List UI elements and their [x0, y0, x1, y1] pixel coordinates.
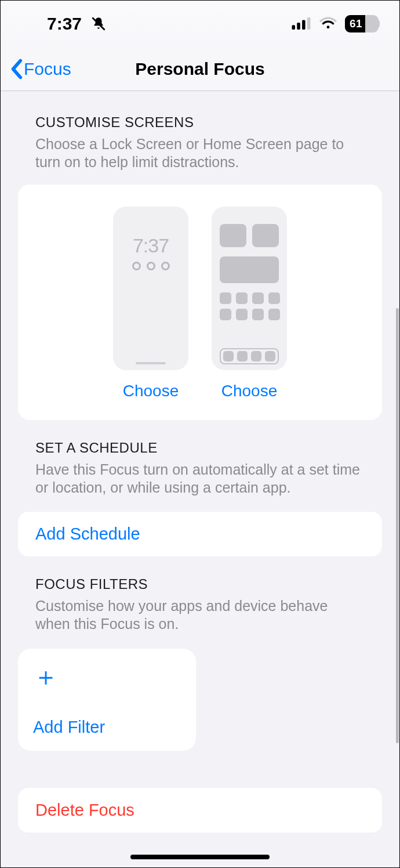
scroll-indicator[interactable]: [396, 308, 399, 743]
add-filter-label: Add Filter: [33, 718, 181, 737]
add-schedule-button[interactable]: Add Schedule: [18, 512, 382, 556]
lock-preview-dots-icon: [113, 262, 188, 270]
svg-rect-1: [292, 25, 296, 30]
back-label: Focus: [24, 59, 71, 79]
delete-focus-button[interactable]: Delete Focus: [18, 788, 382, 833]
home-screen-col: Choose: [212, 207, 287, 400]
add-filter-tile[interactable]: ＋ Add Filter: [18, 649, 196, 751]
filters-header: Focus Filters Customise how your apps an…: [1, 556, 399, 638]
cellular-icon: [292, 14, 311, 34]
battery-percent: 61: [345, 17, 379, 30]
back-button[interactable]: Focus: [1, 59, 71, 79]
choose-lock-screen-button[interactable]: Choose: [123, 382, 179, 400]
customise-screens-title: Customise Screens: [35, 114, 365, 131]
lock-screen-preview[interactable]: 7:37: [113, 207, 188, 370]
home-preview-dock-icon: [220, 348, 279, 364]
filters-title: Focus Filters: [35, 576, 365, 592]
schedule-title: Set a Schedule: [35, 440, 365, 456]
content: Customise Screens Choose a Lock Screen o…: [1, 91, 399, 856]
schedule-header: Set a Schedule Have this Focus turn on a…: [1, 420, 399, 502]
home-screen-preview[interactable]: [212, 207, 287, 370]
lock-screen-col: 7:37 Choose: [113, 207, 188, 400]
customise-screens-desc: Choose a Lock Screen or Home Screen page…: [35, 135, 365, 172]
svg-rect-3: [302, 20, 306, 30]
filters-desc: Customise how your apps and device behav…: [35, 597, 365, 634]
svg-rect-4: [307, 17, 311, 30]
nav-bar: Focus Personal Focus: [1, 47, 399, 91]
lock-preview-time: 7:37: [113, 207, 188, 257]
choose-home-screen-button[interactable]: Choose: [221, 382, 278, 400]
status-bar: 7:37 61: [1, 1, 399, 47]
wifi-icon: [319, 14, 337, 34]
schedule-desc: Have this Focus turn on automatically at…: [35, 461, 365, 497]
plus-icon: ＋: [33, 664, 181, 689]
home-indicator[interactable]: [130, 855, 270, 859]
status-time: 7:37: [47, 14, 82, 34]
customise-screens-header: Customise Screens Choose a Lock Screen o…: [1, 91, 399, 176]
battery-icon: 61: [345, 15, 379, 32]
customise-screens-card: 7:37 Choose Choo: [18, 185, 382, 420]
silent-icon: [91, 16, 106, 32]
svg-rect-2: [297, 23, 300, 30]
